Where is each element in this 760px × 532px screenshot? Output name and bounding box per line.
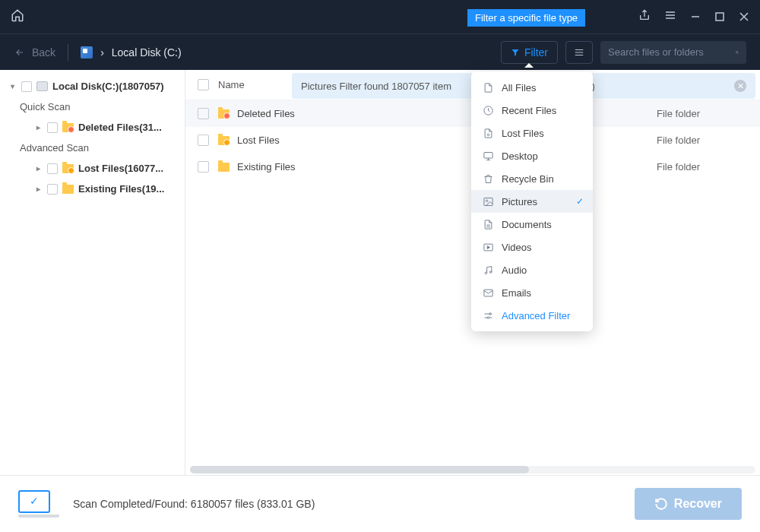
tree-root[interactable]: ▾ Local Disk(C:)(1807057) — [0, 76, 185, 97]
dd-item-recycle-bin[interactable]: Recycle Bin — [471, 167, 593, 190]
row-label: Lost Files — [237, 135, 280, 146]
tree-root-label: Local Disk(C:)(1807057) — [52, 81, 164, 92]
checkbox[interactable] — [198, 161, 209, 173]
banner-text: Pictures Filter found 1807057 item — [301, 81, 451, 92]
checkbox[interactable] — [47, 163, 58, 174]
view-list-button[interactable] — [565, 41, 593, 64]
maximize-icon[interactable] — [714, 11, 725, 22]
svg-rect-11 — [483, 290, 492, 296]
tree-existing-label: Existing Files(19... — [78, 183, 164, 195]
recover-label: Recover — [674, 497, 722, 511]
bin-icon — [482, 173, 494, 185]
filter-label: Filter — [524, 46, 548, 59]
folder-icon — [62, 185, 74, 194]
checkbox[interactable] — [21, 81, 32, 92]
minimize-icon[interactable] — [690, 11, 701, 22]
checkbox[interactable] — [47, 122, 58, 133]
row-type: File folder — [657, 108, 748, 119]
chevron-right-icon[interactable]: ▸ — [33, 164, 43, 173]
footer: Scan Completed/Found: 6180057 files (833… — [0, 475, 760, 532]
dd-item-label: All Files — [502, 82, 537, 93]
tree-existing[interactable]: ▸ Existing Files(19... — [0, 179, 185, 199]
home-icon[interactable] — [11, 8, 24, 25]
dd-item-label: Lost Files — [502, 128, 544, 139]
dd-item-label: Desktop — [502, 150, 538, 162]
dd-advanced-label: Advanced Filter — [502, 310, 570, 321]
svg-rect-5 — [483, 152, 492, 158]
dd-item-label: Pictures — [502, 196, 537, 207]
disk-icon — [36, 81, 48, 91]
chevron-right-icon[interactable]: ▸ — [33, 123, 43, 131]
breadcrumb-sep: › — [100, 46, 104, 59]
checkbox[interactable] — [198, 108, 209, 119]
back-button[interactable]: Back — [14, 46, 55, 59]
row-label: Deleted Files — [237, 108, 295, 119]
titlebar — [0, 0, 760, 33]
doc-icon — [482, 218, 494, 230]
tree-lost-label: Lost Files(16077... — [78, 163, 163, 174]
svg-rect-1 — [716, 13, 724, 21]
lost-icon — [482, 127, 494, 139]
close-icon[interactable] — [739, 11, 749, 22]
share-icon[interactable] — [638, 9, 651, 24]
dd-item-emails[interactable]: Emails — [471, 281, 593, 304]
filter-tooltip: Filter a specific file type — [467, 9, 585, 27]
chevron-right-icon[interactable]: ▸ — [33, 185, 43, 193]
sidebar: ▾ Local Disk(C:)(1807057) Quick Scan ▸ D… — [0, 70, 185, 475]
checkbox[interactable] — [198, 135, 209, 146]
dd-item-label: Videos — [502, 242, 532, 253]
search-input[interactable] — [608, 46, 736, 58]
email-icon — [482, 287, 494, 299]
search-box[interactable] — [600, 41, 746, 64]
svg-point-10 — [489, 271, 492, 273]
audio-icon — [482, 264, 494, 276]
dd-item-recent-files[interactable]: Recent Files — [471, 99, 593, 122]
checkbox[interactable] — [198, 79, 209, 90]
breadcrumb[interactable]: › Local Disk (C:) — [81, 46, 181, 59]
scan-complete-icon — [18, 490, 59, 518]
dd-item-pictures[interactable]: Pictures — [471, 190, 593, 213]
folder-icon — [218, 136, 230, 145]
dd-advanced-filter[interactable]: Advanced Filter — [471, 304, 593, 327]
footer-status: Scan Completed/Found: 6180057 files (833… — [73, 498, 315, 510]
dd-item-desktop[interactable]: Desktop — [471, 144, 593, 167]
nav-separator — [68, 44, 68, 61]
svg-point-2 — [736, 51, 738, 52]
dd-item-videos[interactable]: Videos — [471, 236, 593, 258]
recover-button[interactable]: Recover — [635, 488, 742, 520]
folder-deleted-icon — [62, 123, 74, 132]
column-name[interactable]: Name — [218, 79, 245, 90]
svg-point-9 — [485, 272, 487, 274]
folder-icon — [218, 163, 230, 172]
tree-deleted[interactable]: ▸ Deleted Files(31... — [0, 117, 185, 138]
svg-point-4 — [487, 134, 489, 136]
dd-item-all-files[interactable]: All Files — [471, 76, 593, 99]
tree-lost[interactable]: ▸ Lost Files(16077... — [0, 158, 185, 179]
chevron-down-icon[interactable]: ▾ — [8, 82, 17, 90]
svg-point-12 — [489, 312, 491, 315]
tree-section-quick: Quick Scan — [0, 97, 185, 117]
filter-dropdown: All FilesRecent FilesLost FilesDesktopRe… — [471, 71, 593, 331]
svg-point-13 — [487, 316, 489, 318]
checkbox[interactable] — [47, 184, 58, 195]
navbar: Back › Local Disk (C:) Filter — [0, 33, 760, 70]
row-label: Existing Files — [237, 161, 296, 173]
folder-lost-icon — [62, 164, 74, 173]
filter-button[interactable]: Filter — [501, 41, 558, 64]
horizontal-scrollbar[interactable] — [190, 466, 755, 473]
breadcrumb-location: Local Disk (C:) — [112, 46, 182, 59]
svg-rect-6 — [483, 198, 492, 205]
back-label: Back — [32, 46, 55, 59]
dd-item-documents[interactable]: Documents — [471, 213, 593, 236]
banner-close-icon[interactable]: ✕ — [734, 80, 746, 92]
dd-item-lost-files[interactable]: Lost Files — [471, 122, 593, 144]
file-icon — [482, 81, 494, 93]
titlebar-left — [11, 8, 24, 25]
dd-item-label: Emails — [502, 287, 531, 299]
menu-icon[interactable] — [664, 9, 676, 24]
window-controls — [638, 9, 749, 24]
drive-icon — [81, 46, 93, 59]
row-type: File folder — [657, 161, 748, 173]
video-icon — [482, 241, 494, 253]
dd-item-audio[interactable]: Audio — [471, 258, 593, 281]
